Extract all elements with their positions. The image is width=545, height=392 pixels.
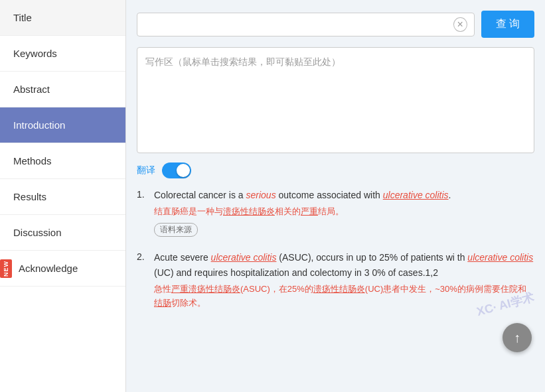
sidebar-item-title-label: Title (13, 12, 32, 23)
result-cn-surgery-2[interactable]: 结肠 (154, 298, 171, 308)
sidebar: Title Keywords Abstract Introduction Met… (0, 0, 126, 392)
toggle-track (162, 163, 191, 178)
translation-row: 翻译 (137, 163, 534, 178)
result-en-1: Colorectal cancer is a serious outcome a… (154, 188, 534, 202)
toggle-thumb (177, 164, 190, 177)
sidebar-item-discussion[interactable]: Discussion (0, 215, 125, 251)
writing-area[interactable]: 写作区（鼠标单击搜索结果，即可黏贴至此处） (137, 47, 534, 153)
result-cn-link-1[interactable]: 溃疡性结肠炎 (223, 206, 275, 216)
sidebar-item-introduction[interactable]: Introduction (0, 107, 125, 143)
result-serious-italic: serious (246, 190, 276, 200)
sidebar-item-title[interactable]: Title (0, 0, 125, 36)
result-cn-serious-1[interactable]: 严重 (301, 206, 318, 216)
result-uc-link-2b[interactable]: ulcerative colitis (467, 252, 533, 263)
arrow-up-icon: ↑ (514, 330, 520, 346)
sidebar-item-results[interactable]: Results (0, 179, 125, 215)
translation-toggle[interactable] (162, 163, 191, 178)
sidebar-item-methods-label: Methods (13, 155, 52, 166)
sidebar-item-discussion-label: Discussion (13, 227, 62, 238)
result-uc-link-1[interactable]: ulcerative colitis (383, 190, 449, 200)
result-cn-uc-2[interactable]: 溃疡性结肠炎 (313, 284, 365, 294)
sidebar-item-keywords-label: Keywords (13, 48, 57, 59)
search-button[interactable]: 查 询 (481, 11, 534, 38)
result-cn-1: 结直肠癌是一种与溃疡性结肠炎相关的严重结局。 (154, 205, 534, 219)
writing-area-placeholder: 写作区（鼠标单击搜索结果，即可黏贴至此处） (145, 56, 341, 67)
search-input[interactable]: 溃疡性结肠炎 严重 (144, 17, 449, 31)
scroll-up-button[interactable]: ↑ (503, 323, 532, 352)
result-cn-severe-2[interactable]: 严重溃疡性结肠炎 (171, 284, 240, 294)
source-tag-1[interactable]: 语料来源 (154, 223, 198, 237)
result-uc-link-2a[interactable]: ulcerative colitis (211, 252, 277, 263)
close-icon: × (457, 19, 463, 31)
results-list: 1. Colorectal cancer is a serious outcom… (137, 188, 534, 314)
new-badge: NEW (0, 259, 12, 278)
result-cn-2: 急性严重溃疡性结肠炎(ASUC)，在25%的溃疡性结肠炎(UC)患者中发生，~3… (154, 283, 534, 310)
sidebar-item-results-label: Results (13, 191, 46, 202)
result-content-1: Colorectal cancer is a serious outcome a… (154, 188, 534, 237)
sidebar-item-acknowledge-label: Acknowledge (19, 263, 78, 274)
sidebar-item-keywords[interactable]: Keywords (0, 36, 125, 72)
result-number-1: 1. (137, 188, 149, 237)
result-number-2: 2. (137, 250, 149, 314)
result-content-2: Acute severe ulcerative colitis (ASUC), … (154, 250, 534, 314)
result-en-2: Acute severe ulcerative colitis (ASUC), … (154, 250, 534, 280)
search-input-wrapper: 溃疡性结肠炎 严重 × (137, 13, 475, 36)
sidebar-item-abstract-label: Abstract (13, 84, 50, 95)
clear-button[interactable]: × (453, 17, 467, 32)
sidebar-item-abstract[interactable]: Abstract (0, 72, 125, 107)
main-content: 溃疡性结肠炎 严重 × 查 询 写作区（鼠标单击搜索结果，即可黏贴至此处） 翻译… (126, 0, 545, 392)
search-button-label: 查 询 (496, 18, 520, 29)
sidebar-item-acknowledge[interactable]: NEW Acknowledge (0, 251, 125, 287)
translation-label: 翻译 (137, 164, 155, 176)
search-bar: 溃疡性结肠炎 严重 × 查 询 (137, 11, 534, 38)
result-item-2: 2. Acute severe ulcerative colitis (ASUC… (137, 250, 534, 314)
sidebar-item-introduction-label: Introduction (13, 119, 65, 131)
sidebar-item-methods[interactable]: Methods (0, 143, 125, 179)
result-item-1: 1. Colorectal cancer is a serious outcom… (137, 188, 534, 237)
